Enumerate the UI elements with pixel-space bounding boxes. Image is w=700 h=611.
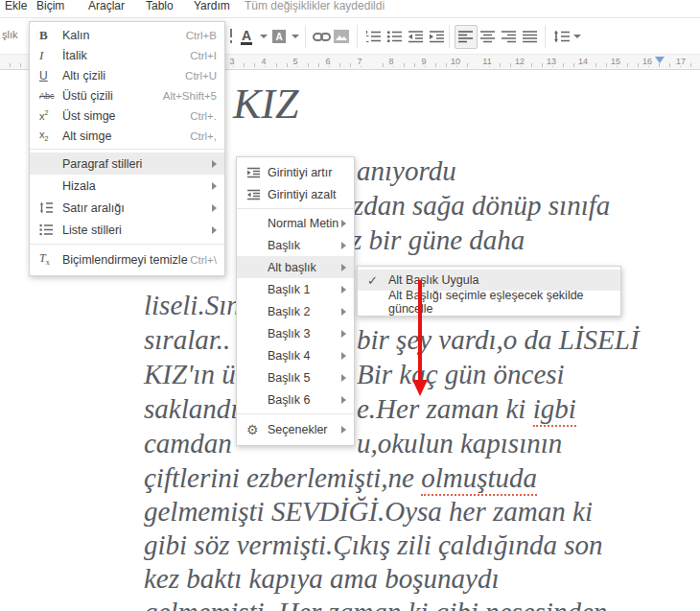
- align-center-icon[interactable]: [479, 26, 496, 47]
- ruler-number: 11: [480, 57, 493, 66]
- submenu-arrow-icon: [212, 226, 217, 234]
- italic-icon: I: [39, 48, 62, 63]
- bulleted-list-icon[interactable]: [386, 26, 403, 47]
- menu-yardim[interactable]: Yardım: [194, 0, 230, 13]
- insert-link-icon[interactable]: [313, 26, 331, 47]
- strikethrough-icon: Abc: [39, 91, 62, 101]
- ruler-number: 6: [323, 57, 332, 66]
- align-left-icon[interactable]: [457, 26, 474, 47]
- menu-separator: [237, 413, 354, 414]
- decrease-indent-icon[interactable]: [408, 26, 424, 47]
- ruler-number: 15: [609, 57, 622, 66]
- submenu-arrow-icon: [341, 264, 346, 271]
- numbered-list-icon[interactable]: [365, 26, 382, 47]
- menu-item-satir-araligi[interactable]: Satır aralığı: [30, 197, 224, 219]
- ruler-number: 7: [355, 57, 363, 66]
- menu-item-paragraf-stilleri[interactable]: Paragraf stilleri: [30, 153, 224, 175]
- ruler-number: 5: [291, 57, 299, 66]
- menu-item-hizala[interactable]: Hizala: [30, 175, 224, 197]
- annotation-arrow-line: [418, 280, 422, 382]
- justify-icon[interactable]: [522, 26, 538, 47]
- line-spacing-caret-icon[interactable]: [573, 26, 581, 47]
- submenu-item-baslik-5[interactable]: Başlık 5: [237, 366, 354, 388]
- doc-line: camdan: [144, 426, 232, 460]
- doc-line: kez baktı kapıya ama boşunaydı: [144, 561, 499, 596]
- ruler-number: 16: [641, 57, 654, 66]
- doc-line: e.Her zaman ki igbi: [357, 391, 576, 426]
- paragraph-style-dropdown[interactable]: şlık: [2, 29, 18, 40]
- submenu-arrow-icon: [341, 308, 346, 316]
- ruler-number: 10: [449, 57, 462, 66]
- indent-marker[interactable]: [655, 57, 665, 63]
- submenu-arrow-icon: [341, 330, 346, 338]
- ruler-number: 8: [386, 57, 395, 66]
- doc-line: KIZ'ın ü: [144, 357, 236, 391]
- submenu-item-baslik-1[interactable]: Başlık 1: [237, 278, 354, 300]
- submenu-item-baslik-3[interactable]: Başlık 3: [237, 322, 354, 344]
- underline-icon: U: [39, 69, 62, 82]
- menu-item-alt-basligi-guncelle[interactable]: Alt Başlığı seçimle eşleşecek şekilde gü…: [358, 291, 620, 313]
- menubar-divider: [0, 17, 700, 18]
- doc-line: sıralar..: [144, 322, 230, 357]
- clear-formatting-icon: Tx: [39, 251, 62, 267]
- checkmark-icon: ✓: [367, 273, 388, 288]
- highlight-caret-icon[interactable]: [292, 26, 299, 47]
- submenu-item-girintiyi-artir[interactable]: Girintiyi artır: [237, 161, 354, 183]
- misspelled-word: igbi: [533, 393, 576, 427]
- increase-indent-icon: [246, 167, 268, 178]
- toolbar-separator: [449, 25, 450, 48]
- menu-ekle[interactable]: Ekle: [5, 0, 27, 13]
- save-status: Tüm değişiklikler kaydedildi: [245, 0, 385, 13]
- doc-line: anıyordu: [357, 153, 456, 188]
- align-right-icon[interactable]: [501, 26, 517, 47]
- toolbar-separator: [357, 25, 358, 48]
- ruler-number: 17: [674, 57, 688, 66]
- menu-item-alt-simge[interactable]: x2 Alt simge Ctrl+,: [30, 126, 224, 146]
- insert-image-icon[interactable]: [334, 26, 349, 47]
- annotation-arrow-head: [412, 380, 428, 396]
- line-spacing-icon[interactable]: [553, 26, 571, 47]
- ruler-number: 3: [227, 57, 236, 66]
- submenu-item-baslik-6[interactable]: Başlık 6: [237, 388, 354, 411]
- text-color-icon[interactable]: A: [241, 26, 252, 47]
- list-styles-icon: [39, 223, 62, 236]
- text-color-caret-icon[interactable]: [260, 26, 268, 47]
- subtitle-submenu: ✓ Alt Başlık Uygula Alt Başlığı seçimle …: [357, 266, 621, 317]
- bold-icon: B: [39, 28, 62, 43]
- doc-line: u,okulun kapısının: [357, 426, 562, 460]
- submenu-arrow-icon: [341, 242, 346, 249]
- submenu-item-baslik-4[interactable]: Başlık 4: [237, 344, 354, 366]
- menu-separator: [30, 244, 224, 245]
- doc-line: saklandı: [144, 391, 238, 426]
- highlight-color-icon[interactable]: A: [272, 26, 286, 47]
- doc-line: gibi söz vermişti.Çıkış zili çaldığında …: [144, 528, 603, 562]
- menu-item-bicimlendirmeyi-temizle[interactable]: Tx Biçimlendirmeyi temizle Ctrl+\: [30, 247, 224, 271]
- ruler-number: 13: [545, 57, 558, 66]
- menu-bicim[interactable]: Biçim: [36, 0, 64, 13]
- submenu-item-girintiyi-azalt[interactable]: Girintiyi azalt: [237, 183, 354, 205]
- submenu-arrow-icon: [341, 352, 346, 360]
- menu-item-ustu-cizili[interactable]: Abc Üstü çizili Alt+Shift+5: [30, 85, 224, 106]
- menu-araclar[interactable]: Araçlar: [88, 0, 125, 13]
- doc-line: zdan sağa dönüp sınıfa: [353, 188, 610, 223]
- submenu-item-alt-baslik[interactable]: Alt başlık: [237, 256, 354, 278]
- toolbar-separator: [305, 25, 306, 48]
- menu-item-liste-stilleri[interactable]: Liste stilleri: [30, 219, 224, 241]
- menu-item-kalin[interactable]: B Kalın Ctrl+B: [30, 25, 224, 45]
- submenu-arrow-icon: [212, 204, 217, 212]
- ruler-number: 12: [513, 57, 526, 66]
- submenu-item-secenekler[interactable]: ⚙ Seçenekler: [237, 417, 354, 441]
- menu-item-ust-simge[interactable]: x2 Üst simge Ctrl+.: [30, 106, 224, 126]
- menu-tablo[interactable]: Tablo: [146, 0, 174, 13]
- submenu-item-normal-metin[interactable]: Normal Metin: [237, 212, 354, 234]
- increase-indent-icon[interactable]: [429, 26, 445, 47]
- partial-icon: [230, 29, 232, 37]
- misspelled-word: olmuştuda: [421, 462, 537, 496]
- submenu-arrow-icon: [212, 160, 217, 168]
- submenu-item-baslik-2[interactable]: Başlık 2: [237, 300, 354, 322]
- line-spacing-icon: [39, 201, 62, 214]
- toolbar-separator: [545, 25, 546, 48]
- menu-item-italik[interactable]: I İtalik Ctrl+I: [30, 45, 224, 65]
- menu-item-alti-cizili[interactable]: U Altı çizili Ctrl+U: [30, 65, 224, 85]
- submenu-item-baslik[interactable]: Başlık: [237, 234, 354, 256]
